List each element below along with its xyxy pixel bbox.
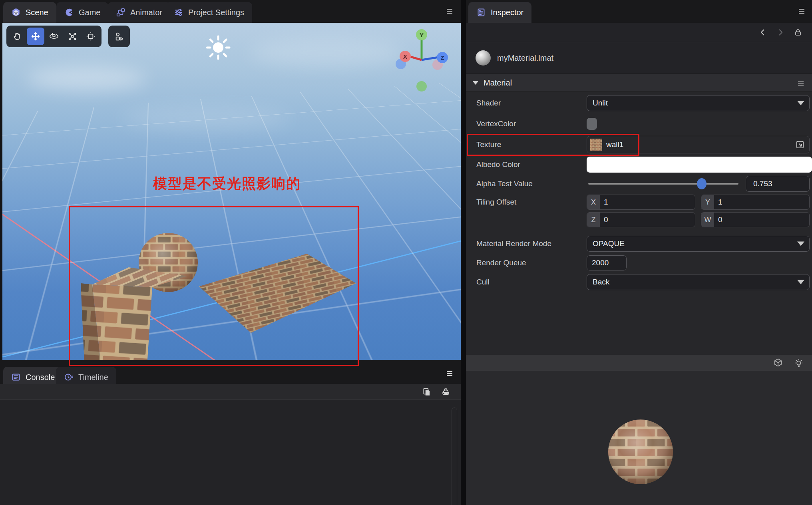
- tiling-x-value: 1: [600, 195, 695, 209]
- render-mode-row: Material Render Mode OPAQUE: [466, 234, 812, 253]
- panel-menu-icon[interactable]: [445, 6, 454, 16]
- inspector-icon: [476, 8, 486, 17]
- render-mode-dropdown[interactable]: OPAQUE: [587, 236, 810, 252]
- lock-icon[interactable]: [794, 28, 802, 37]
- collapse-caret-icon: [472, 81, 479, 85]
- material-fields: Shader Unlit VertexColor Texture: [466, 93, 812, 292]
- section-title: Material: [484, 78, 512, 87]
- console-scrollbar[interactable]: [452, 408, 457, 505]
- alpha-slider-track[interactable]: [588, 183, 738, 185]
- scene-tabbar: Scene Game Animator Project Settings: [0, 0, 461, 23]
- cull-value: Back: [593, 278, 609, 286]
- view-axis-gizmo[interactable]: X Y Z: [395, 28, 451, 93]
- hand-icon: [12, 31, 22, 42]
- axis-ball-neg-y[interactable]: [416, 81, 427, 91]
- console-toolbar: [0, 384, 461, 400]
- material-thumbnail: [476, 50, 491, 66]
- tab-project-settings[interactable]: Project Settings: [166, 2, 252, 23]
- tiling-row-zw: Z 0 W 0: [466, 211, 812, 229]
- pan-tool-button[interactable]: [8, 28, 26, 45]
- vertex-color-label: VertexColor: [476, 119, 516, 128]
- animator-icon: [116, 8, 125, 17]
- preview-sphere: [597, 408, 685, 496]
- vertex-color-checkbox[interactable]: [587, 118, 597, 130]
- material-menu-icon[interactable]: [796, 78, 806, 88]
- texture-highlight-rectangle: [467, 134, 639, 156]
- tab-scene[interactable]: Scene: [3, 2, 56, 23]
- tiling-y-value: 1: [714, 195, 809, 209]
- shader-dropdown[interactable]: Unlit: [587, 95, 810, 111]
- tab-console-label: Console: [26, 373, 55, 382]
- tab-inspector[interactable]: Inspector: [468, 2, 531, 23]
- material-preview[interactable]: [466, 371, 812, 505]
- alpha-value: 0.753: [753, 179, 772, 188]
- cull-dropdown[interactable]: Back: [587, 274, 810, 290]
- tab-animator-label: Animator: [130, 8, 162, 17]
- render-mode-value: OPAQUE: [593, 239, 625, 248]
- tiling-x-chip: X: [587, 195, 600, 209]
- material-section-header[interactable]: Material: [466, 74, 812, 92]
- axis-ball-z[interactable]: Z: [437, 52, 448, 63]
- alpha-value-input[interactable]: 0.753: [746, 176, 810, 192]
- albedo-color-swatch[interactable]: [587, 157, 812, 173]
- tiling-row-xy: Tiling Offset X 1 Y 1: [466, 193, 812, 211]
- console-icon: [11, 372, 21, 382]
- alpha-row: Alpha Test Value 0.753: [466, 174, 812, 193]
- scale-tool-button[interactable]: [64, 28, 81, 45]
- tiling-w-value: 0: [714, 213, 809, 227]
- axis-ball-x[interactable]: X: [400, 51, 411, 62]
- tab-project-settings-label: Project Settings: [188, 8, 244, 17]
- sun-light-icon[interactable]: [204, 32, 232, 63]
- preview-mesh-cube-icon[interactable]: [773, 358, 783, 368]
- scene-icon: [11, 8, 21, 17]
- clear-console-icon[interactable]: [440, 386, 451, 397]
- game-icon: [64, 8, 74, 17]
- alpha-slider-thumb[interactable]: [697, 178, 707, 189]
- albedo-row: Albedo Color: [466, 155, 812, 174]
- annotation-text: 模型是不受光照影响的: [153, 174, 301, 193]
- move-tool-button[interactable]: [27, 28, 44, 45]
- editor-window: Scene Game Animator Project Settings: [0, 0, 812, 505]
- tiling-w-input[interactable]: W 0: [701, 212, 810, 227]
- console-output: [0, 400, 461, 505]
- panel-divider[interactable]: [461, 0, 466, 505]
- alpha-label: Alpha Test Value: [476, 179, 533, 188]
- tiling-y-chip: Y: [701, 195, 714, 209]
- asset-header: myMaterial.lmat: [466, 42, 812, 74]
- tab-timeline-label: Timeline: [78, 373, 108, 382]
- inspector-menu-icon[interactable]: [797, 6, 806, 16]
- tab-game[interactable]: Game: [56, 2, 108, 23]
- axis-ball-y[interactable]: Y: [416, 29, 427, 40]
- tab-game-label: Game: [79, 8, 100, 17]
- tiling-y-input[interactable]: Y 1: [701, 195, 810, 210]
- transform-toolbar: [6, 26, 102, 47]
- svg-text:Z: Z: [440, 54, 444, 61]
- history-forward-icon[interactable]: [776, 28, 785, 37]
- gizmo-toggle-button[interactable]: [110, 28, 128, 45]
- rotate-tool-button[interactable]: [45, 28, 63, 45]
- tab-inspector-label: Inspector: [491, 8, 523, 17]
- copy-log-icon[interactable]: [422, 387, 432, 397]
- cull-label: Cull: [476, 278, 490, 286]
- timeline-clock-icon: [64, 372, 74, 382]
- rect-tool-button[interactable]: [82, 28, 100, 45]
- gizmo-toggle-toolbar: [108, 26, 130, 47]
- tiling-z-input[interactable]: Z 0: [587, 212, 695, 227]
- annotation-rectangle: [69, 206, 359, 366]
- preview-header: [466, 355, 812, 371]
- texture-pick-icon[interactable]: [795, 139, 805, 150]
- chevron-down-icon: [797, 280, 804, 284]
- asset-name: myMaterial.lmat: [497, 54, 553, 63]
- history-back-icon[interactable]: [758, 28, 767, 37]
- render-queue-input[interactable]: 2000: [587, 255, 627, 270]
- inspector-pane: Inspector myMaterial.lmat Material: [466, 0, 812, 505]
- render-queue-label: Render Queue: [476, 258, 526, 267]
- rect-transform-icon: [86, 31, 96, 42]
- svg-text:X: X: [403, 53, 407, 60]
- preview-light-bulb-icon[interactable]: [794, 358, 804, 368]
- tiling-x-input[interactable]: X 1: [587, 195, 695, 210]
- tab-animator[interactable]: Animator: [108, 2, 170, 23]
- inspector-navrow: [466, 23, 812, 42]
- chevron-down-icon: [797, 242, 804, 246]
- console-menu-icon[interactable]: [445, 369, 454, 378]
